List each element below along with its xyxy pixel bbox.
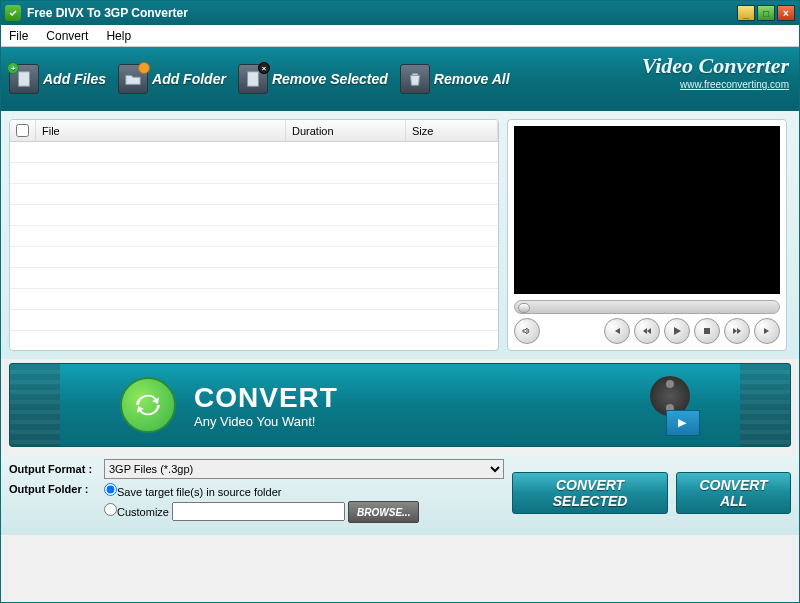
prev-button[interactable] bbox=[604, 318, 630, 344]
source-folder-text: Save target file(s) in source folder bbox=[117, 486, 281, 498]
banner-subtitle: Any Video You Want! bbox=[194, 414, 338, 429]
output-folder-label: Output Folder : bbox=[9, 483, 104, 495]
add-folder-button[interactable]: Add Folder bbox=[118, 64, 226, 94]
remove-all-label: Remove All bbox=[434, 71, 510, 87]
main-area: File Duration Size bbox=[1, 111, 799, 359]
video-clip-icon bbox=[640, 376, 700, 436]
browse-button[interactable]: BROWSE... bbox=[348, 501, 419, 523]
col-file[interactable]: File bbox=[36, 120, 286, 141]
folder-icon bbox=[118, 64, 148, 94]
add-folder-label: Add Folder bbox=[152, 71, 226, 87]
action-buttons: CONVERT SELECTED CONVERT ALL bbox=[512, 459, 791, 527]
table-row bbox=[10, 184, 498, 205]
svg-rect-2 bbox=[704, 328, 710, 334]
table-row bbox=[10, 310, 498, 331]
output-settings: Output Format : 3GP Files (*.3gp) Output… bbox=[9, 459, 504, 527]
next-button[interactable] bbox=[754, 318, 780, 344]
list-header: File Duration Size bbox=[10, 120, 498, 142]
table-row bbox=[10, 268, 498, 289]
remove-all-button[interactable]: Remove All bbox=[400, 64, 510, 94]
file-list: File Duration Size bbox=[9, 119, 499, 351]
convert-icon bbox=[120, 377, 176, 433]
customize-text: Customize bbox=[117, 506, 169, 518]
customize-option[interactable]: Customize bbox=[104, 506, 169, 518]
menu-convert[interactable]: Convert bbox=[46, 29, 88, 43]
rewind-button[interactable] bbox=[634, 318, 660, 344]
col-size[interactable]: Size bbox=[406, 120, 498, 141]
source-folder-option[interactable]: Save target file(s) in source folder bbox=[104, 483, 419, 498]
preview-panel bbox=[507, 119, 787, 351]
maximize-button[interactable]: □ bbox=[757, 5, 775, 21]
volume-button[interactable] bbox=[514, 318, 540, 344]
seek-slider[interactable] bbox=[514, 300, 780, 314]
customize-radio[interactable] bbox=[104, 503, 117, 516]
forward-button[interactable] bbox=[724, 318, 750, 344]
convert-all-button[interactable]: CONVERT ALL bbox=[676, 472, 791, 514]
source-folder-radio[interactable] bbox=[104, 483, 117, 496]
brand: Video Converter www.freeconverting.com bbox=[642, 53, 789, 90]
file-icon: + bbox=[9, 64, 39, 94]
remove-selected-button[interactable]: × Remove Selected bbox=[238, 64, 388, 94]
output-format-select[interactable]: 3GP Files (*.3gp) bbox=[104, 459, 504, 479]
table-row bbox=[10, 247, 498, 268]
output-format-label: Output Format : bbox=[9, 463, 104, 475]
file-remove-icon: × bbox=[238, 64, 268, 94]
title-bar: Free DIVX To 3GP Converter _ □ × bbox=[1, 1, 799, 25]
brand-title: Video Converter bbox=[642, 53, 789, 79]
filmstrip-right-icon bbox=[740, 364, 790, 446]
table-row bbox=[10, 205, 498, 226]
table-row bbox=[10, 289, 498, 310]
window-title: Free DIVX To 3GP Converter bbox=[27, 6, 188, 20]
table-row bbox=[10, 142, 498, 163]
app-icon bbox=[5, 5, 21, 21]
toolbar: + Add Files Add Folder × Remove Selected… bbox=[1, 47, 799, 111]
menu-help[interactable]: Help bbox=[106, 29, 131, 43]
convert-selected-button[interactable]: CONVERT SELECTED bbox=[512, 472, 668, 514]
svg-rect-0 bbox=[19, 72, 30, 86]
stop-button[interactable] bbox=[694, 318, 720, 344]
custom-path-input[interactable] bbox=[172, 502, 345, 521]
list-body[interactable] bbox=[10, 142, 498, 351]
close-button[interactable]: × bbox=[777, 5, 795, 21]
play-button[interactable] bbox=[664, 318, 690, 344]
svg-rect-1 bbox=[248, 72, 259, 86]
menu-bar: File Convert Help bbox=[1, 25, 799, 47]
add-files-button[interactable]: + Add Files bbox=[9, 64, 106, 94]
remove-selected-label: Remove Selected bbox=[272, 71, 388, 87]
brand-url[interactable]: www.freeconverting.com bbox=[642, 79, 789, 90]
filmstrip-left-icon bbox=[10, 364, 60, 446]
banner-title: CONVERT bbox=[194, 382, 338, 414]
trash-icon bbox=[400, 64, 430, 94]
video-preview bbox=[514, 126, 780, 294]
convert-banner[interactable]: CONVERT Any Video You Want! bbox=[9, 363, 791, 447]
table-row bbox=[10, 226, 498, 247]
add-files-label: Add Files bbox=[43, 71, 106, 87]
minimize-button[interactable]: _ bbox=[737, 5, 755, 21]
player-controls bbox=[514, 318, 780, 344]
menu-file[interactable]: File bbox=[9, 29, 28, 43]
bottom-panel: Output Format : 3GP Files (*.3gp) Output… bbox=[1, 455, 799, 535]
select-all-checkbox[interactable] bbox=[16, 124, 29, 137]
col-duration[interactable]: Duration bbox=[286, 120, 406, 141]
table-row bbox=[10, 163, 498, 184]
